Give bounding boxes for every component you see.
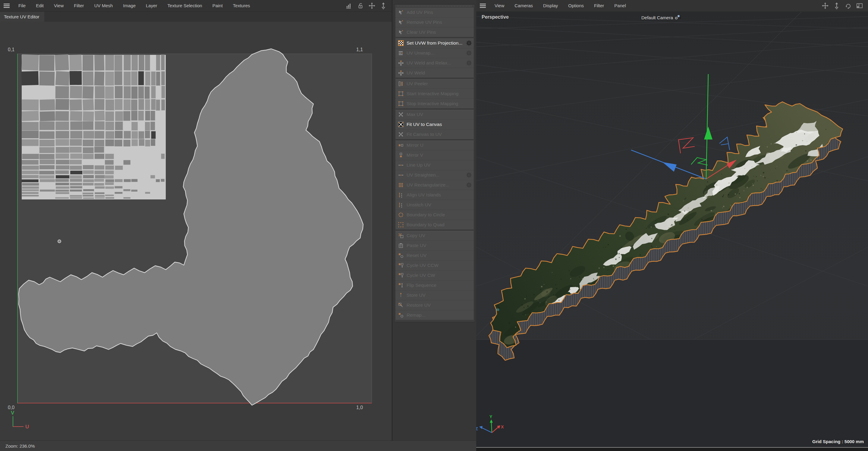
command-label: Mirror V <box>407 153 474 158</box>
command-boundary-to-circle[interactable]: Boundary to Circle <box>396 210 474 220</box>
dolly-icon[interactable] <box>833 2 840 9</box>
command-uv-rectangularize[interactable]: UV Rectangularize... <box>396 180 474 190</box>
command-uv-weld-and-relax[interactable]: UV Weld and Relax... <box>396 58 474 68</box>
uv-toolbar-icons <box>345 2 392 9</box>
pan-icon[interactable] <box>822 2 829 9</box>
command-fit-canvas-to-uv[interactable]: Fit Canvas to UV <box>396 130 474 139</box>
uv-menu-item-texture-selection[interactable]: Texture Selection <box>162 0 207 11</box>
v-axis-label: V <box>11 410 14 416</box>
command-flip-sequence[interactable]: Flip Sequence <box>396 281 474 290</box>
command-set-uvw-from-projection[interactable]: Set UVW from Projection... <box>396 38 474 48</box>
command-clear-uv-pins[interactable]: Clear UV Pins <box>396 27 474 37</box>
uv-menu-item-edit[interactable]: Edit <box>31 0 49 11</box>
uv-menu-item-view[interactable]: View <box>49 0 69 11</box>
interactive-icon <box>398 91 404 97</box>
command-copy-uv[interactable]: Copy UV <box>396 231 474 241</box>
menu-hamburger-icon[interactable] <box>0 3 13 9</box>
uv-menu-item-layer[interactable]: Layer <box>141 0 162 11</box>
uv-commands-panel: Add UV PinsRemove UV PinsClear UV PinsSe… <box>394 4 475 322</box>
command-label: Reset UV <box>407 253 474 258</box>
command-mirror-u[interactable]: Mirror U <box>396 140 474 150</box>
command-label: Paste UV <box>407 243 474 248</box>
gear-options-icon[interactable] <box>466 182 472 188</box>
uv-coord-top-left: 0,1 <box>8 47 14 53</box>
checker-icon <box>398 40 404 46</box>
quadring-icon <box>398 222 404 228</box>
viewport-3d-scene: Y Z X <box>476 11 868 447</box>
command-mirror-v[interactable]: Mirror V <box>396 150 474 160</box>
uv-menu-item-uv-mesh[interactable]: UV Mesh <box>89 0 118 11</box>
command-add-uv-pins[interactable]: Add UV Pins <box>396 7 474 18</box>
command-label: Copy UV <box>407 233 474 238</box>
gear-options-icon[interactable] <box>466 60 472 66</box>
command-stop-interactive-mapping[interactable]: Stop Interactive Mapping <box>396 99 474 108</box>
uv-menu-item-filter[interactable]: Filter <box>69 0 89 11</box>
viewport-menubar: ViewCamerasDisplayOptionsFilterPanel <box>476 0 868 12</box>
camera-toggle-icon[interactable] <box>675 14 681 21</box>
lock-icon[interactable] <box>357 2 364 9</box>
bar-chart-icon[interactable] <box>345 2 352 9</box>
command-remove-uv-pins[interactable]: Remove UV Pins <box>396 18 474 27</box>
pin-icon <box>398 29 404 35</box>
command-paste-uv[interactable]: Paste UV <box>396 241 474 251</box>
pan-icon[interactable] <box>368 2 375 9</box>
camera-name: Default Camera <box>641 15 673 20</box>
axis-y-label: Y <box>490 414 493 419</box>
fituv-icon <box>398 121 404 127</box>
cycle-icon <box>398 272 404 278</box>
uv-editor-area[interactable]: 0,1 1,1 0,0 1,0 V U <box>0 22 392 441</box>
dolly-icon[interactable] <box>380 2 387 9</box>
panel-drag-handle[interactable] <box>397 6 472 6</box>
viewport-menu-item-panel[interactable]: Panel <box>609 0 631 11</box>
layout-icon[interactable] <box>856 2 863 9</box>
cycle-icon <box>398 262 404 268</box>
command-label: UV Peeler <box>407 81 474 87</box>
command-cycle-uv-ccw[interactable]: Cycle UV CCW <box>396 261 474 270</box>
command-uv-unwrap[interactable]: UV Unwrap... <box>396 48 474 58</box>
gear-options-icon[interactable] <box>466 172 472 178</box>
command-group: Max UVFit UV to CanvasFit Canvas to UV <box>395 109 474 139</box>
command-line-up-uv[interactable]: Line Up UV <box>396 160 474 170</box>
uv-menu-item-file[interactable]: File <box>13 0 31 11</box>
command-uv-straighten[interactable]: UV Straighten... <box>396 170 474 180</box>
viewport-menu-item-filter[interactable]: Filter <box>589 0 609 11</box>
command-reset-uv[interactable]: Reset UV <box>396 251 474 261</box>
status-bar: Zoom: 236.0% <box>0 441 476 451</box>
command-fit-uv-to-canvas[interactable]: Fit UV to Canvas <box>396 120 474 130</box>
command-max-uv[interactable]: Max UV <box>396 110 474 120</box>
command-remap[interactable]: Remap... <box>396 310 474 320</box>
uv-menu-item-image[interactable]: Image <box>118 0 141 11</box>
command-cycle-uv-cw[interactable]: Cycle UV CW <box>396 270 474 281</box>
viewport-menu-item-view[interactable]: View <box>490 0 509 11</box>
uv-menu-item-paint[interactable]: Paint <box>207 0 228 11</box>
viewport-camera-label[interactable]: Default Camera <box>641 14 681 21</box>
axis-z-label: Z <box>476 426 478 431</box>
viewport-menu-item-cameras[interactable]: Cameras <box>509 0 538 11</box>
command-boundary-to-quad[interactable]: Boundary to Quad <box>396 220 474 230</box>
uv-menu-item-textures[interactable]: Textures <box>228 0 255 11</box>
rotate-icon[interactable] <box>844 2 852 9</box>
gear-options-icon[interactable] <box>466 40 472 46</box>
lineup-icon <box>398 162 404 168</box>
command-label: Clear UV Pins <box>407 30 474 35</box>
menu-hamburger-icon[interactable] <box>476 3 490 9</box>
uv-menu: FileEditViewFilterUV MeshImageLayerTextu… <box>13 0 255 11</box>
command-store-uv[interactable]: Store UV <box>396 290 474 300</box>
command-uv-weld[interactable]: UV Weld <box>396 68 474 78</box>
uv-commands-pane: Add UV PinsRemove UV PinsClear UV PinsSe… <box>392 0 477 451</box>
flip-icon <box>398 282 404 288</box>
command-start-interactive-mapping[interactable]: Start Interactive Mapping <box>396 89 474 99</box>
command-label: Cycle UV CCW <box>407 263 474 268</box>
command-uv-peeler[interactable]: UV Peeler <box>396 79 474 89</box>
command-label: Store UV <box>407 293 474 298</box>
viewport-view-label[interactable]: Perspective <box>482 14 509 20</box>
command-align-uv-islands[interactable]: Align UV Islands <box>396 190 474 200</box>
command-restore-uv[interactable]: Restore UV <box>396 300 474 310</box>
command-unstitch-uv[interactable]: Unstitch UV <box>396 200 474 210</box>
viewport-menu-item-display[interactable]: Display <box>538 0 563 11</box>
u-axis-label: U <box>25 424 29 429</box>
gear-options-icon[interactable] <box>466 50 472 56</box>
viewport-menu-item-options[interactable]: Options <box>563 0 589 11</box>
tab-texture-uv-editor[interactable]: Texture UV Editor <box>0 12 44 22</box>
perspective-viewport[interactable]: Y Z X Perspective Default Camera Grid Sp… <box>476 11 868 447</box>
